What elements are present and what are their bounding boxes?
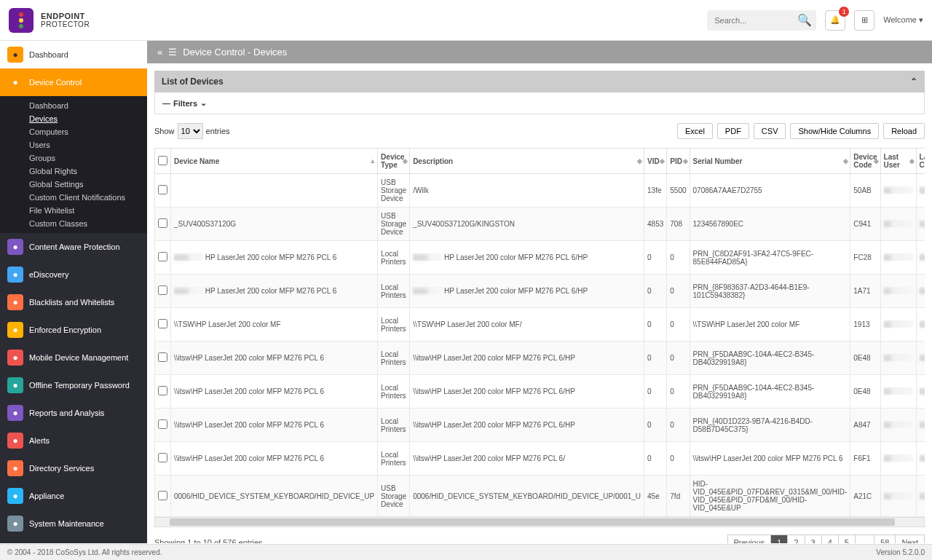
row-checkbox[interactable] — [158, 386, 167, 395]
sidebar-item[interactable]: ●Blacklists and Whitelists — [0, 288, 147, 316]
page-button[interactable]: 4 — [821, 535, 839, 543]
sidebar-item-label: Mobile Device Management — [29, 353, 128, 362]
sidebar-item[interactable]: ●eDiscovery — [0, 261, 147, 288]
page-button[interactable]: 2 — [787, 535, 805, 543]
cell-desc: \\itsw\HP LaserJet 200 color MFP M276 PC… — [410, 442, 644, 476]
sidebar-item[interactable]: ●Reports and Analysis — [0, 399, 147, 427]
cell-sn: PRN_{C8D2AF91-3FA2-47C5-9FEC-85E844FAD85… — [690, 241, 850, 275]
cell-sn: 1234567890EC — [690, 208, 850, 241]
cell-desc: 0006/HID_DEVICE_SYSTEM_KEYBOARD/HID_DEVI… — [410, 476, 644, 517]
column-header[interactable]: PID◆ — [667, 149, 690, 174]
select-all-checkbox[interactable] — [158, 156, 167, 165]
cell-sn: HID-VID_045E&PID_07FD&REV_0315&MI_00/HID… — [690, 476, 850, 517]
cell-pid: 5500 — [667, 174, 690, 208]
sidebar-item[interactable]: ●Device Control — [0, 68, 147, 96]
subnav-item[interactable]: Global Settings — [29, 178, 147, 191]
excel-button[interactable]: Excel — [677, 123, 713, 139]
column-header[interactable]: Description◆ — [410, 149, 644, 174]
row-checkbox[interactable] — [158, 319, 167, 328]
sidebar-item[interactable]: ●Dashboard — [0, 41, 147, 68]
csv-button[interactable]: CSV — [754, 123, 786, 139]
pagination: Previous12345...58Next — [728, 535, 925, 543]
cell-vid: 0 — [644, 375, 667, 409]
page-button[interactable]: ... — [855, 535, 874, 543]
pdf-button[interactable]: PDF — [717, 123, 749, 139]
search-icon[interactable]: 🔍 — [797, 13, 812, 27]
page-button[interactable]: Previous — [727, 535, 772, 543]
subnav-item[interactable]: Global Rights — [29, 165, 147, 178]
cell-user: xx — [880, 275, 916, 308]
row-checkbox[interactable] — [158, 218, 167, 228]
sidebar-item[interactable]: ●Offline Temporary Password — [0, 371, 147, 399]
logo — [9, 8, 33, 33]
sidebar-item[interactable]: ●Alerts — [0, 427, 147, 454]
row-checkbox[interactable] — [158, 252, 167, 261]
row-checkbox[interactable] — [158, 285, 167, 295]
reload-button[interactable]: Reload — [883, 123, 925, 139]
filters-toggle[interactable]: — Filters ⌄ — [162, 98, 207, 108]
row-checkbox[interactable] — [158, 185, 167, 194]
subnav-item[interactable]: Users — [29, 138, 147, 151]
grid-icon[interactable]: ⊞ — [854, 10, 874, 31]
subnav-item[interactable]: File Whitelist — [29, 204, 147, 217]
row-checkbox[interactable] — [158, 491, 167, 500]
panel-title: List of Devices — [162, 76, 224, 87]
cell-type: Local Printers — [378, 241, 410, 275]
column-header[interactable]: Device Name▲ — [171, 149, 378, 174]
subnav-item[interactable]: Custom Client Notifications — [29, 191, 147, 204]
collapse-sidebar-icon[interactable]: « — [157, 47, 162, 58]
cell-pid: 0 — [667, 442, 690, 476]
sort-icon: ◆ — [843, 157, 848, 165]
column-header[interactable]: Device Code◆ — [850, 149, 880, 174]
subnav-item[interactable]: Groups — [29, 151, 147, 165]
cell-code: A21C — [850, 476, 880, 517]
column-header[interactable]: Last User◆ — [880, 149, 916, 174]
sidebar-item[interactable]: ●System Configuration — [0, 537, 147, 543]
cell-vid: 4853 — [644, 208, 667, 241]
row-checkbox[interactable] — [158, 453, 167, 462]
nav-icon: ● — [7, 239, 23, 255]
cell-type: Local Printers — [378, 409, 410, 442]
subnav-item[interactable]: Devices — [29, 112, 147, 125]
sidebar-item[interactable]: ●Content Aware Protection — [0, 233, 147, 261]
sidebar-item[interactable]: ●Appliance — [0, 482, 147, 510]
column-header[interactable]: VID◆ — [644, 149, 667, 174]
cell-name: \\itsw\HP LaserJet 200 color MFP M276 PC… — [171, 409, 378, 442]
column-header[interactable]: Last Computer◆ — [916, 149, 925, 174]
showhide-columns-button[interactable]: Show/Hide Columns — [790, 123, 879, 139]
column-header[interactable]: Serial Number◆ — [690, 149, 850, 174]
page-button[interactable]: 1 — [770, 535, 788, 543]
welcome-menu[interactable]: Welcome ▾ — [883, 15, 923, 25]
footer: © 2004 - 2018 CoSoSys Ltd. All rights re… — [0, 544, 932, 560]
page-button[interactable]: 58 — [874, 535, 896, 543]
notification-bell-icon[interactable]: 🔔1 — [825, 10, 845, 31]
subnav-item[interactable]: Custom Classes — [29, 217, 147, 230]
subnav-item[interactable]: Dashboard — [29, 99, 147, 112]
cell-sn: \\itsw\HP LaserJet 200 color MFP M276 PC… — [690, 442, 850, 476]
entries-select[interactable]: 10 — [178, 123, 203, 139]
sidebar-item[interactable]: ●System Maintenance — [0, 510, 147, 537]
page-button[interactable]: 3 — [805, 535, 822, 543]
row-checkbox[interactable] — [158, 352, 167, 362]
panel-collapse-icon[interactable]: ⌃ — [910, 76, 917, 87]
row-checkbox[interactable] — [158, 419, 167, 429]
sidebar-item-label: Dashboard — [29, 50, 68, 59]
subnav-item[interactable]: Computers — [29, 125, 147, 138]
page-button[interactable]: 5 — [838, 535, 856, 543]
nav-icon: ● — [7, 460, 23, 476]
cell-name: xxxx HP LaserJet 200 color MFP M276 PCL … — [171, 275, 378, 308]
sidebar-item-label: Appliance — [29, 492, 64, 500]
cell-code: FC28 — [850, 241, 880, 275]
sidebar-item[interactable]: ●Mobile Device Management — [0, 344, 147, 371]
brand-text: ENDPOINTPROTECTOR — [41, 12, 90, 28]
horizontal-scrollbar[interactable] — [154, 517, 925, 527]
page-button[interactable]: Next — [895, 535, 925, 543]
sidebar-item[interactable]: ●Directory Services — [0, 454, 147, 482]
sidebar-item-label: Enforced Encryption — [29, 326, 101, 334]
nav-icon: ● — [7, 433, 23, 449]
table-row: xxxx HP LaserJet 200 color MFP M276 PCL … — [155, 241, 925, 275]
main-area: « ☰ Device Control - Devices List of Dev… — [147, 41, 932, 543]
cell-pid: 0 — [667, 375, 690, 409]
sidebar-item[interactable]: ●Enforced Encryption — [0, 316, 147, 344]
column-header[interactable]: Device Type◆ — [378, 149, 410, 174]
